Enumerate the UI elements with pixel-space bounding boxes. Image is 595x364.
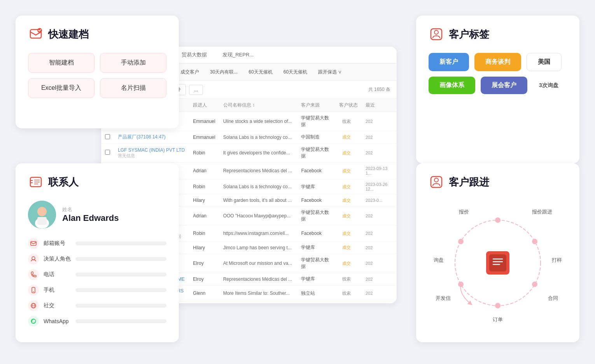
tag-portrait-system[interactable]: 画像体系	[429, 77, 475, 94]
tags-title: 客户标签	[449, 28, 489, 41]
excel-import-button[interactable]: Excel批量导入	[28, 78, 94, 98]
tag-new-customer[interactable]: 新客户	[429, 53, 469, 71]
col-status: 客户状态	[335, 99, 362, 112]
row-owner: Glenn	[189, 285, 219, 301]
svg-point-28	[495, 303, 500, 308]
contacts-icon	[28, 174, 44, 190]
label-contract: 合同	[548, 295, 558, 302]
row-owner: Hilary	[189, 194, 219, 206]
field-phone: 电话	[28, 269, 166, 280]
table-row[interactable]: 产品展厂(37108 14:47) Emmanuel Solana Labs i…	[101, 131, 397, 144]
svg-point-27	[532, 282, 537, 287]
contact-avatar-section: 姓名 Alan Edwards	[28, 201, 166, 229]
smart-archive-button[interactable]: 智能建档	[28, 53, 94, 73]
mobile-label: 手机	[44, 287, 71, 294]
row-checkbox[interactable]	[101, 144, 114, 163]
manual-add-button[interactable]: 手动添加	[100, 53, 166, 73]
contact-fields: 邮箱账号 决策人角色 电话 手机	[28, 238, 166, 327]
contact-label: 姓名	[62, 206, 119, 213]
row-status: 成交	[335, 194, 362, 206]
followup-title: 客户跟进	[449, 175, 489, 189]
label-dev-letter: 开发信	[436, 295, 451, 302]
decision-maker-value-bar	[75, 257, 166, 261]
contacts-card: 联系人 姓名 Alan Edwards 邮箱账号	[16, 163, 179, 342]
row-source: 学键贸易大数据	[297, 206, 335, 226]
tags-grid: 新客户 商务谈判 美国 画像体系 展会客户 3次询盘	[429, 53, 567, 94]
quick-archive-title: 快速建档	[48, 28, 89, 41]
tab-discover[interactable]: 发现_REPR...	[215, 47, 261, 64]
card-scan-button[interactable]: 名片扫描	[100, 78, 166, 98]
row-status: 成交	[335, 254, 362, 273]
mobile-value-bar	[75, 288, 166, 292]
row-desc: At Microsoft our mission and va...	[219, 254, 298, 273]
row-source: 学键贸易大数据	[297, 144, 335, 163]
row-owner: Robin	[189, 179, 219, 194]
followup-title-row: 客户跟进	[429, 174, 567, 190]
row-source: 学键贸易大数据	[297, 254, 335, 273]
social-icon	[28, 300, 39, 311]
quick-archive-card: 快速建档 智能建档 手动添加 Excel批量导入 名片扫描	[16, 16, 179, 128]
svg-point-11	[37, 207, 47, 216]
tag-usa[interactable]: 美国	[527, 53, 562, 71]
subtab-30day[interactable]: 30天内有联...	[205, 67, 242, 77]
contact-name-group: 姓名 Alan Edwards	[62, 206, 119, 223]
row-desc: Uline stocks a wide selection of...	[219, 112, 298, 131]
row-date: 202	[362, 254, 397, 273]
row-source: 独立站	[297, 301, 335, 304]
contact-name: Alan Edwards	[62, 213, 119, 223]
tag-exhibition-customer[interactable]: 展会客户	[481, 77, 527, 94]
row-date: 202	[362, 112, 397, 131]
contact-avatar	[28, 201, 56, 229]
svg-point-25	[495, 217, 500, 223]
row-date: 2023-03-26 12...	[362, 179, 397, 194]
row-status: 线索	[335, 112, 362, 131]
subtab-filter[interactable]: 跟开保选 ∨	[313, 67, 346, 77]
row-source: Facebook	[297, 226, 335, 242]
svg-point-17	[33, 291, 34, 292]
row-owner: Elroy	[189, 273, 219, 285]
table-row[interactable]: LGF SYSMAC (INDIA) PVT LTD 营无信息 Robin It…	[101, 144, 397, 163]
row-date: 202	[362, 242, 397, 254]
tag-inquiry-count[interactable]: 3次询盘	[533, 77, 565, 94]
tag-business-negotiation[interactable]: 商务谈判	[474, 53, 521, 71]
svg-rect-32	[489, 254, 506, 271]
row-status: 成交	[335, 242, 362, 254]
row-source: 学键库	[297, 179, 335, 194]
row-date: 202	[362, 301, 397, 304]
row-owner: Adrian	[189, 163, 219, 179]
email-value-bar	[75, 242, 166, 245]
row-status: 成交	[335, 301, 362, 304]
svg-rect-14	[31, 242, 36, 245]
row-desc: https://www.instagram.com/ell...	[219, 226, 298, 242]
subtab-60day-1[interactable]: 60天无催机	[244, 67, 277, 77]
row-source: Facebook	[297, 194, 335, 206]
row-status: 成交	[335, 206, 362, 226]
row-company: 产品展厂(37108 14:47)	[114, 131, 189, 144]
toolbar-more-btn[interactable]: ...	[189, 85, 203, 95]
col-date: 最近	[362, 99, 397, 112]
followup-radar: 报价 报价跟进 询盘 打样 开发信 合同 订单	[436, 201, 560, 325]
tab-trade-data[interactable]: 贸易大数据	[174, 47, 215, 64]
svg-point-23	[434, 178, 438, 182]
decision-maker-label: 决策人角色	[44, 256, 71, 262]
row-desc: Representaciones Médicas del ...	[219, 273, 298, 285]
phone-icon	[28, 269, 39, 280]
subtab-60day-2[interactable]: 60天无催机	[279, 67, 312, 77]
followup-radar-svg	[436, 201, 560, 325]
field-email: 邮箱账号	[28, 238, 166, 249]
social-value-bar	[75, 304, 166, 308]
email-icon	[28, 238, 39, 249]
row-desc: Jimco Lamp has been serving t...	[219, 242, 298, 254]
field-mobile: 手机	[28, 285, 166, 296]
row-date: 202	[362, 273, 397, 285]
subtab-deals[interactable]: 成交客户	[176, 67, 204, 77]
contacts-title-row: 联系人	[28, 174, 166, 190]
row-date: 2023-09-13 1...	[362, 163, 397, 179]
row-checkbox[interactable]	[101, 131, 114, 144]
row-date: 202	[362, 206, 397, 226]
row-status: 成交	[335, 179, 362, 194]
phone-value-bar	[75, 273, 166, 276]
tags-title-row: 客户标签	[429, 26, 567, 42]
field-whatsapp: WhatsApp	[28, 316, 166, 327]
row-date: 202	[362, 285, 397, 301]
